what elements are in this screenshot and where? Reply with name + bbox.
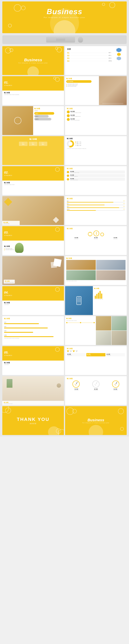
s9-heading: 输入标题 <box>4 182 62 184</box>
s9-num: 02. <box>4 171 62 174</box>
s20-text: Lorem ipsum dolor sit amet <box>66 320 95 321</box>
slide-3: 01. 关于我们展示示 输入标题 Lorem ipsum dolor sit a… <box>2 76 64 105</box>
s7-heading: 输入标题 <box>4 138 62 140</box>
s3-text: Lorem ipsum dolor sit amet consectetur <box>4 94 62 95</box>
s1-title: Business <box>24 58 42 62</box>
s1-deco4 <box>57 47 62 52</box>
s3-num: 01. <box>4 81 62 84</box>
s6-heading: 输入标题 <box>67 108 125 110</box>
slide-11: 输入标题 Lorem ipsum dolor <box>2 196 64 225</box>
gear2 <box>100 233 104 236</box>
s19-heading: 输入标题 <box>4 318 62 320</box>
slide-26-last: Business Put template of simple business… <box>65 406 127 435</box>
s4-image <box>99 76 127 105</box>
slide-15: 输入标题 Lorem ipsum dolor sit amet <box>2 256 64 285</box>
slide-25-thankyou: THANK YOU 感谢观看 <box>2 406 64 435</box>
s12-heading: 输入标题 <box>67 198 125 200</box>
s17-heading: 输入标题 <box>4 302 62 304</box>
hero-slide: Business Put template of simple business… <box>2 2 127 33</box>
triangle-3 <box>73 350 75 352</box>
s17-text: Lorem ipsum <box>4 304 62 305</box>
slide-16: 输入标题 Lorem ipsum dolor sit amet <box>65 256 127 285</box>
slide-17: 04. 关于我们展示示 输入标题 Lorem ipsum <box>2 286 64 315</box>
s4-heading: 输入标题 <box>66 78 98 80</box>
keyboard-area <box>2 35 127 44</box>
slide-18: 输入标题 一月 二月 三月 四月 五月 <box>65 286 127 315</box>
s13-label: 关于我们展示示 <box>4 235 62 236</box>
s8-donut <box>67 140 74 148</box>
s18-mobile <box>65 286 93 315</box>
slide-14: 输入标题 输入标题 Lorem ipsum <box>65 226 127 255</box>
page-wrapper: Business Put template of simple business… <box>0 0 129 436</box>
s16-heading: 输入标题 <box>66 257 125 259</box>
s13-heading: 输入标题 <box>4 245 14 247</box>
slide-7: 输入标题 项目一 25% 项目二 35% 项目三 40% <box>2 136 64 165</box>
s6-item-1: 输入标题 Lorem ipsum dolor sit amet <box>67 110 125 113</box>
hex-yellow <box>117 53 121 56</box>
slide-2: 目录 01 章节一 02 章节二 03 <box>65 46 127 75</box>
s17-label: 关于我们展示示 <box>4 295 62 296</box>
bowl-deco <box>57 383 61 388</box>
s2-heading: 目录 <box>67 48 112 50</box>
clock-1 <box>72 380 80 388</box>
hex-light-blue <box>117 56 121 60</box>
deco-circle-5 <box>8 24 12 28</box>
thankyou-subtitle: 感谢观看 <box>30 422 37 424</box>
hex-blue <box>116 48 121 52</box>
s19-bars: 分类一 分类二 分类三 分类四 <box>4 320 62 337</box>
slide-9: 02. 关于我们展示示 输入标题 Lorem ipsum dolor sit a… <box>2 166 64 195</box>
deco-circle-filled <box>54 20 75 33</box>
slide-19: 输入标题 分类一 分类二 分类三 分类四 <box>2 316 64 345</box>
slide-12: 输入标题 项目一 80% 项目二 65% <box>65 196 127 225</box>
s14-heading: 输入标题 <box>67 228 125 230</box>
slide-23: 输入标题 Lorem ipsum dolor sit amet <box>2 376 64 405</box>
s8-heading: 输入标题 <box>67 138 125 140</box>
tree-shape <box>93 230 99 236</box>
deco-circle-4 <box>109 2 115 8</box>
slide-1: Business Put template of simple business… <box>2 46 64 75</box>
s26-title: Business <box>87 418 104 422</box>
hero-title: Business <box>47 7 82 16</box>
s1-deco5 <box>27 66 39 75</box>
photo-grid <box>66 260 125 280</box>
s26-subtitle: Put template of simple business plan <box>82 422 109 423</box>
s1-deco2 <box>10 48 13 52</box>
slide-5: 输入标题 分类标签 标签一 标签二 标签三 <box>2 106 64 135</box>
slide-4: 输入标题 输入副标题 Lorem ipsum dolor sit amet co… <box>65 76 127 105</box>
s15-heading: 输入标题 <box>5 280 14 282</box>
s5-image <box>2 106 33 135</box>
slide-8: 输入标题 项目一 35% 项目二 25% <box>65 136 127 165</box>
s23-heading: 输入标题 <box>4 402 62 403</box>
triangle-2 <box>70 350 72 352</box>
deco-circle-3 <box>102 3 105 6</box>
s6-item-2: 输入标题 consectetur adipiscing elit <box>67 114 125 117</box>
deco-circle-2 <box>21 6 26 10</box>
s9-text: Lorem ipsum dolor sit amet <box>4 184 62 185</box>
thankyou-text: THANK YOU <box>17 417 49 422</box>
s4-list: Lorem ipsum dolor sit amet consectetur a… <box>66 83 98 87</box>
slide-24: 输入标题 <box>65 376 127 405</box>
keyboard-image <box>46 37 75 42</box>
toc-item-3: 03 章节三 <box>67 57 112 60</box>
triangle-4 <box>75 350 78 352</box>
s11-heading: 输入标题 <box>4 222 19 223</box>
deco-circle-1 <box>14 4 21 12</box>
clock-3 <box>112 380 119 388</box>
s3-heading: 输入标题 <box>4 92 62 94</box>
toc-item-2: 02 章节二 <box>67 54 112 57</box>
triangle-1 <box>67 350 69 352</box>
slide-6: 输入标题 输入标题 Lorem ipsum dolor sit amet 输入标… <box>65 106 127 135</box>
slide-10: 输入标题 1 输入标题 Lorem ipsum dolor sit amet 2… <box>65 166 127 195</box>
s23-text: Lorem ipsum dolor sit amet <box>4 403 62 404</box>
s17-num: 04. <box>4 291 62 294</box>
slide-13: 03. 关于我们展示示 输入标题 Lorem ipsum dolor conse… <box>2 226 64 255</box>
s21-heading: 输入标题 <box>4 362 62 364</box>
s20-heading: 输入标题 <box>66 318 95 320</box>
slides-grid: Business Put template of simple business… <box>2 46 127 435</box>
s18-barchart <box>94 290 125 299</box>
s13-plant <box>15 243 24 253</box>
slide-21: 05. 关于我们展示示 输入标题 Lorem ipsum <box>2 346 64 375</box>
s8-text: Lorem ipsum dolor sit amet consectetur a… <box>67 148 125 149</box>
s1-subtitle: Put template of simple business plan <box>19 62 48 64</box>
s13-num: 03. <box>4 231 62 234</box>
